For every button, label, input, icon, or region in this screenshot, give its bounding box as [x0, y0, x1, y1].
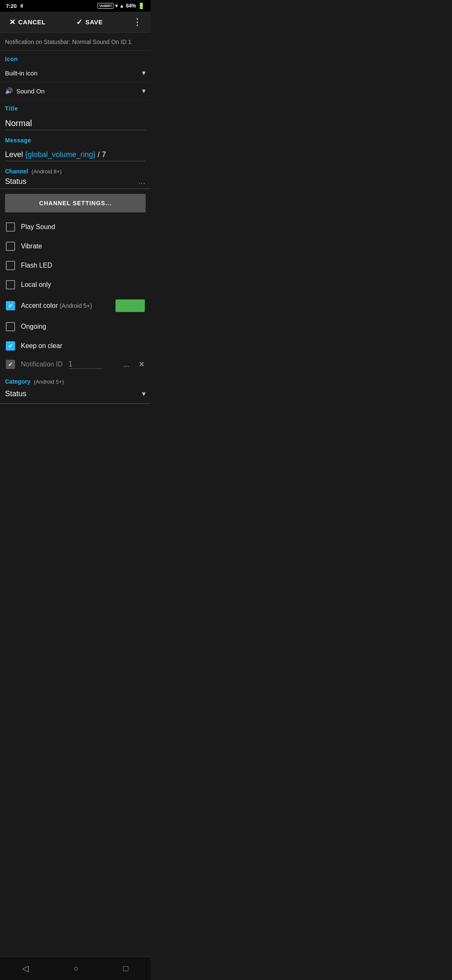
sound-dropdown-chevron: ▾ [142, 86, 146, 95]
status-bar: 7:20 ⏸ VoWiFi ▾ ▲ 84% 🔋 [0, 0, 151, 12]
message-field[interactable]: Level {global_volume_ring} / 7 [5, 148, 146, 161]
notification-id-input[interactable] [69, 360, 102, 369]
save-button[interactable]: ✓ SAVE [72, 14, 107, 30]
accent-color-label: Accent color (Android 5+) [21, 302, 92, 309]
flash-led-label: Flash LED [21, 262, 52, 269]
notification-subtitle: Notification on Statusbar: Normal Sound … [0, 33, 151, 51]
channel-settings-button[interactable]: CHANNEL SETTINGS... [5, 194, 146, 212]
category-value: Status [5, 389, 26, 398]
message-section-label: Message [0, 132, 151, 145]
checkboxes-section: Play Sound Vibrate Flash LED Local only … [0, 217, 151, 356]
flash-led-row[interactable]: Flash LED [0, 256, 151, 275]
checkmark-icon-2: ✓ [8, 343, 13, 349]
vibrate-checkbox[interactable] [6, 242, 15, 251]
vowifi-label: VoWiFi [98, 3, 113, 9]
vibrate-label: Vibrate [21, 242, 42, 250]
accent-color-row[interactable]: ✓ Accent color (Android 5+) [0, 294, 151, 317]
channel-section-label: Channel [5, 168, 28, 175]
save-icon: ✓ [76, 18, 83, 27]
sound-on-label: Sound On [16, 88, 45, 95]
play-sound-label: Play Sound [21, 223, 55, 231]
keep-on-clear-row[interactable]: ✓ Keep on clear [0, 336, 151, 356]
channel-section: Channel (Android 8+) Status ... [0, 163, 151, 189]
icon-section-label: Icon [0, 51, 151, 64]
message-suffix: / 7 [95, 150, 106, 159]
speaker-icon: 🔊 [5, 87, 13, 95]
accent-color-checkbox[interactable]: ✓ [6, 301, 15, 310]
category-section: Category (Android 5+) Status ▾ [0, 373, 151, 404]
message-variable: {global_volume_ring} [25, 150, 95, 159]
channel-value: Status [5, 177, 26, 186]
status-time: 7:20 [6, 3, 17, 9]
local-only-row[interactable]: Local only [0, 275, 151, 294]
icon-section: Icon Built-in icon ▾ 🔊 Sound On ▾ [0, 51, 151, 100]
notif-id-clear-button[interactable]: ✕ [139, 360, 145, 369]
save-label: SAVE [85, 18, 103, 26]
builtin-icon-dropdown[interactable]: Built-in icon ▾ [0, 64, 151, 82]
builtin-icon-label: Built-in icon [5, 70, 38, 77]
cancel-label: CANCEL [18, 18, 46, 26]
title-input[interactable] [5, 116, 146, 130]
signal-icon: ▲ [119, 3, 124, 9]
local-only-checkbox[interactable] [6, 280, 15, 289]
message-prefix: Level [5, 150, 25, 159]
wifi-icon: ▾ [115, 3, 118, 9]
ongoing-label: Ongoing [21, 323, 46, 330]
local-only-label: Local only [21, 281, 51, 289]
notification-id-checkbox[interactable]: ✓ [6, 360, 15, 369]
play-sound-checkbox[interactable] [6, 222, 15, 232]
notification-id-row: ✓ Notification ID ... ✕ [0, 356, 151, 373]
keep-on-clear-label: Keep on clear [21, 342, 62, 350]
channel-dots: ... [138, 177, 146, 186]
flash-led-checkbox[interactable] [6, 261, 15, 270]
channel-value-row[interactable]: Status ... [0, 176, 151, 189]
category-chevron: ▾ [142, 389, 146, 398]
title-section: Title [0, 100, 151, 132]
channel-sublabel: (Android 8+) [31, 168, 62, 175]
toolbar: ✕ CANCEL ✓ SAVE ⋮ [0, 12, 151, 33]
sound-on-dropdown[interactable]: 🔊 Sound On ▾ [0, 82, 151, 100]
battery-icon: 🔋 [138, 3, 145, 9]
play-sound-row[interactable]: Play Sound [0, 217, 151, 237]
category-section-label: Category [5, 378, 31, 385]
more-icon: ⋮ [133, 17, 142, 27]
notification-id-label: Notification ID [21, 361, 63, 368]
message-section: Message Level {global_volume_ring} / 7 [0, 132, 151, 163]
battery-label: 84% [126, 3, 136, 9]
notif-id-dots: ... [123, 360, 129, 369]
cancel-icon: ✕ [9, 18, 16, 27]
keep-on-clear-checkbox[interactable]: ✓ [6, 341, 15, 351]
checkmark-icon: ✓ [8, 302, 13, 309]
pause-icon: ⏸ [19, 3, 24, 8]
ongoing-row[interactable]: Ongoing [0, 317, 151, 336]
icon-dropdown-chevron: ▾ [142, 68, 146, 77]
ongoing-checkbox[interactable] [6, 322, 15, 331]
cancel-button[interactable]: ✕ CANCEL [5, 14, 50, 30]
accent-color-swatch[interactable] [116, 299, 145, 312]
category-dropdown[interactable]: Status ▾ [0, 387, 151, 404]
title-section-label: Title [0, 100, 151, 113]
more-options-button[interactable]: ⋮ [129, 15, 146, 29]
notif-id-checkmark: ✓ [8, 361, 13, 368]
vibrate-row[interactable]: Vibrate [0, 237, 151, 256]
category-sublabel: (Android 5+) [34, 379, 64, 385]
